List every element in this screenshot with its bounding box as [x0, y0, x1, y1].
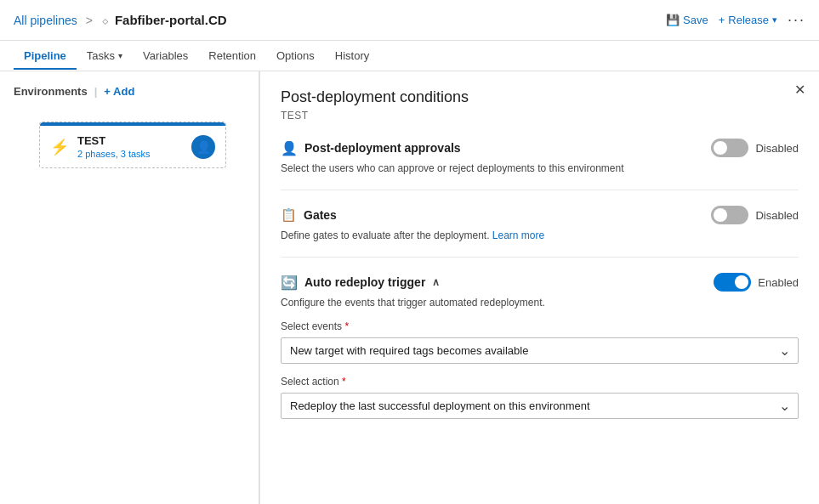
auto-redeploy-toggle-container: Enabled — [714, 273, 799, 292]
approvals-icon: 👤 — [281, 140, 298, 156]
gates-header: 📋 Gates Disabled — [281, 206, 799, 224]
top-bar-actions: 💾 Save + Release ▾ ··· — [666, 11, 805, 29]
auto-redeploy-toggle-knob — [735, 275, 748, 289]
auto-redeploy-toggle-label: Enabled — [758, 276, 799, 289]
events-required-marker: * — [344, 320, 349, 332]
auto-redeploy-toggle[interactable] — [714, 273, 751, 292]
tasks-chevron-icon: ▾ — [118, 51, 122, 60]
more-button[interactable]: ··· — [788, 11, 805, 29]
nav-tabs: Pipeline Tasks ▾ Variables Retention Opt… — [0, 41, 819, 71]
approvals-toggle-container: Disabled — [711, 139, 799, 157]
pipeline-icon: ⬦ — [101, 13, 110, 28]
events-select-wrapper: New target with required tags becomes av… — [281, 337, 799, 364]
approvals-description: Select the users who can approve or reje… — [281, 162, 799, 174]
gates-toggle-knob — [714, 208, 727, 222]
stage-post-deploy-icon[interactable]: 👤 — [191, 135, 215, 159]
left-panel: Environments | + Add ⚡ TEST 2 phases, 3 … — [0, 71, 259, 504]
plus-icon: + — [719, 14, 725, 26]
action-required-marker: * — [342, 376, 346, 388]
stage-card: ⚡ TEST 2 phases, 3 tasks 👤 — [39, 122, 226, 168]
save-button[interactable]: 💾 Save — [666, 14, 708, 26]
stage-name: TEST — [77, 134, 183, 147]
approvals-title: 👤 Post-deployment approvals — [281, 140, 461, 156]
approvals-toggle[interactable] — [711, 139, 748, 157]
auto-redeploy-collapse-icon[interactable]: ∧ — [432, 276, 440, 288]
tab-history[interactable]: History — [325, 42, 379, 69]
breadcrumb-link[interactable]: All pipelines — [14, 14, 77, 27]
gates-title: 📋 Gates — [281, 207, 337, 223]
action-field-group: Select action * Redeploy the last succes… — [281, 376, 799, 419]
approvals-header: 👤 Post-deployment approvals Disabled — [281, 139, 799, 157]
auto-redeploy-section: 🔄 Auto redeploy trigger ∧ Enabled Config… — [281, 273, 799, 434]
gates-toggle[interactable] — [711, 206, 748, 224]
action-label: Select action * — [281, 376, 799, 388]
auto-redeploy-description: Configure the events that trigger automa… — [281, 297, 799, 309]
top-bar: All pipelines > ⬦ Fabfiber-portal.CD 💾 S… — [0, 0, 819, 41]
action-select[interactable]: Redeploy the last successful deployment … — [281, 393, 799, 419]
gates-learn-more-link[interactable]: Learn more — [492, 229, 544, 241]
panel-title: Post-deployment conditions — [281, 88, 799, 106]
tab-tasks[interactable]: Tasks ▾ — [77, 42, 133, 69]
breadcrumb-separator: > — [86, 14, 93, 27]
approvals-section: 👤 Post-deployment approvals Disabled Sel… — [281, 139, 799, 190]
pipeline-name: Fabfiber-portal.CD — [115, 13, 227, 27]
user-icon: 👤 — [196, 140, 211, 154]
close-button[interactable]: ✕ — [794, 82, 805, 98]
action-select-wrapper: Redeploy the last successful deployment … — [281, 393, 799, 419]
add-environment-button[interactable]: + Add — [104, 85, 134, 98]
gates-toggle-container: Disabled — [711, 206, 799, 224]
panel-subtitle: TEST — [281, 110, 799, 122]
events-select[interactable]: New target with required tags becomes av… — [281, 337, 799, 364]
gates-icon: 📋 — [281, 207, 297, 223]
environments-header: Environments | + Add — [0, 85, 259, 108]
gates-description: Define gates to evaluate after the deplo… — [281, 229, 799, 241]
stage-sub: 2 phases, 3 tasks — [77, 149, 183, 159]
stage-info: TEST 2 phases, 3 tasks — [77, 134, 183, 159]
environments-label: Environments — [14, 85, 88, 98]
stage-lightning-icon: ⚡ — [50, 138, 69, 156]
stage-body: ⚡ TEST 2 phases, 3 tasks 👤 — [40, 126, 225, 167]
auto-redeploy-title: 🔄 Auto redeploy trigger ∧ — [281, 275, 440, 291]
save-icon: 💾 — [666, 14, 680, 26]
approvals-toggle-knob — [714, 141, 727, 155]
gates-section: 📋 Gates Disabled Define gates to evaluat… — [281, 206, 799, 258]
approvals-toggle-label: Disabled — [755, 142, 799, 155]
right-panel: ✕ Post-deployment conditions TEST 👤 Post… — [259, 71, 819, 504]
events-label: Select events * — [281, 320, 799, 332]
tab-pipeline[interactable]: Pipeline — [14, 42, 77, 69]
gates-toggle-label: Disabled — [755, 209, 799, 222]
breadcrumb-area: All pipelines > ⬦ Fabfiber-portal.CD — [14, 13, 227, 28]
pipeline-canvas: ⚡ TEST 2 phases, 3 tasks 👤 — [0, 108, 259, 182]
release-button[interactable]: + Release ▾ — [719, 14, 777, 26]
release-chevron-icon: ▾ — [772, 14, 777, 25]
tab-variables[interactable]: Variables — [133, 42, 198, 69]
tab-options[interactable]: Options — [266, 42, 325, 69]
events-field-group: Select events * New target with required… — [281, 320, 799, 364]
auto-redeploy-header: 🔄 Auto redeploy trigger ∧ Enabled — [281, 273, 799, 292]
auto-redeploy-icon: 🔄 — [281, 275, 298, 291]
main-content: Environments | + Add ⚡ TEST 2 phases, 3 … — [0, 71, 819, 504]
tab-retention[interactable]: Retention — [198, 42, 266, 69]
